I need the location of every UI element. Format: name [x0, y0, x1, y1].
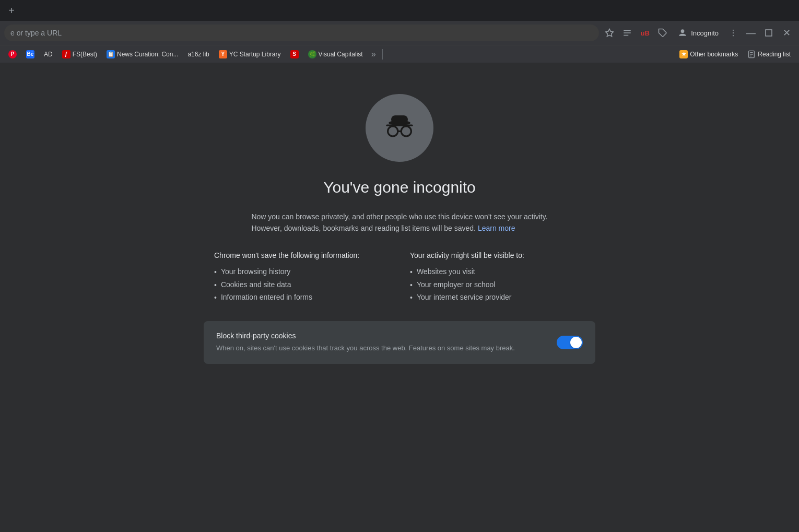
toggle-thumb: [570, 337, 582, 348]
bookmarks-overflow-button[interactable]: »: [368, 48, 379, 61]
bookmark-pinterest[interactable]: P: [4, 48, 21, 61]
reading-list-button[interactable]: Reading list: [743, 48, 795, 61]
bookmark-fs[interactable]: ƒ FS(Best): [58, 48, 101, 61]
other-bookmarks-label: Other bookmarks: [690, 51, 738, 58]
slide-icon: S: [290, 50, 299, 58]
news-icon: 📋: [107, 50, 115, 58]
incognito-circle: [366, 94, 433, 162]
list-item: Cookies and site data: [214, 279, 389, 292]
bookmark-news[interactable]: 📋 News Curation: Con...: [102, 48, 182, 61]
bookmark-a16z-label: a16z lib: [187, 51, 209, 58]
incognito-heading: You've gone incognito: [323, 179, 476, 196]
list-item: Information entered in forms: [214, 291, 389, 304]
list-item: Your browsing history: [214, 266, 389, 279]
svg-point-18: [401, 126, 411, 136]
still-visible-list: Websites you visit Your employer or scho…: [410, 266, 585, 304]
address-text: e or type a URL: [10, 29, 62, 37]
ublock-icon[interactable]: uB: [637, 25, 653, 41]
cookie-desc: When on, sites can't use cookies that tr…: [216, 343, 546, 353]
bookmark-ad-label: AD: [44, 51, 53, 58]
bookmark-news-label: News Curation: Con...: [117, 51, 178, 58]
still-visible-col: Your activity might still be visible to:…: [410, 251, 585, 304]
close-button[interactable]: ✕: [778, 25, 795, 41]
other-bookmarks-button[interactable]: ★ Other bookmarks: [675, 48, 742, 61]
chrome-wont-save-col: Chrome won't save the following informat…: [214, 251, 389, 304]
yc-icon: Y: [219, 50, 227, 58]
bookmark-vc[interactable]: 🌿 Visual Capitalist: [304, 48, 367, 61]
incognito-description: Now you can browse privately, and other …: [241, 211, 558, 234]
pinterest-icon: P: [8, 50, 17, 58]
behance-icon: Bē: [26, 50, 34, 58]
bookmark-ad[interactable]: AD: [40, 49, 57, 60]
main-content: You've gone incognito Now you can browse…: [0, 63, 799, 532]
list-item: Websites you visit: [410, 266, 585, 279]
vc-icon: 🌿: [308, 50, 316, 58]
bookmarks-separator: [382, 49, 383, 60]
bookmarks-bar: P Bē AD ƒ FS(Best) 📋 News Curation: Con.…: [0, 45, 799, 63]
bookmark-behance[interactable]: Bē: [22, 48, 39, 61]
bookmark-star-button[interactable]: [601, 25, 618, 41]
chrome-wont-save-list: Your browsing history Cookies and site d…: [214, 266, 389, 304]
bookmark-vc-label: Visual Capitalist: [319, 51, 363, 58]
svg-marker-0: [606, 29, 614, 37]
cookie-toggle[interactable]: [557, 336, 583, 349]
title-bar: +: [0, 0, 799, 21]
restore-button[interactable]: [760, 25, 777, 41]
svg-rect-15: [391, 115, 408, 124]
incognito-icon: [379, 107, 420, 149]
list-item: Your employer or school: [410, 279, 585, 292]
svg-point-5: [681, 29, 685, 33]
svg-point-17: [388, 126, 398, 136]
cookie-text: Block third-party cookies When on, sites…: [216, 332, 546, 353]
bookmark-a16z[interactable]: a16z lib: [183, 49, 213, 60]
svg-rect-9: [766, 30, 772, 36]
still-visible-title: Your activity might still be visible to:: [410, 251, 585, 259]
bookmark-slide[interactable]: S: [286, 48, 303, 61]
cookie-block: Block third-party cookies When on, sites…: [204, 321, 595, 364]
chrome-menu-button[interactable]: [725, 25, 742, 41]
svg-point-8: [733, 35, 734, 36]
svg-point-6: [733, 30, 734, 31]
other-bookmarks-icon: ★: [679, 50, 688, 58]
minimize-button[interactable]: —: [743, 25, 759, 41]
new-tab-button[interactable]: +: [4, 3, 19, 18]
svg-rect-16: [386, 125, 413, 126]
cookie-title: Block third-party cookies: [216, 332, 546, 340]
extensions-button[interactable]: [654, 25, 671, 41]
fs-icon: ƒ: [62, 50, 70, 58]
bookmark-yc-label: YC Startup Library: [229, 51, 281, 58]
address-bar[interactable]: e or type a URL: [4, 25, 599, 41]
chrome-wont-save-title: Chrome won't save the following informat…: [214, 251, 389, 259]
toggle-track: [557, 336, 583, 349]
profile-name: Incognito: [691, 29, 719, 37]
reading-list-nav-button[interactable]: [619, 25, 636, 41]
list-item: Your internet service provider: [410, 291, 585, 304]
bookmark-yc[interactable]: Y YC Startup Library: [215, 48, 285, 61]
reading-list-label: Reading list: [758, 51, 791, 58]
info-columns: Chrome won't save the following informat…: [204, 251, 595, 304]
profile-button[interactable]: Incognito: [672, 26, 724, 40]
svg-point-7: [733, 32, 734, 33]
reading-list-icon: [747, 50, 756, 58]
nav-bar: e or type a URL uB: [0, 21, 799, 45]
bookmark-fs-label: FS(Best): [73, 51, 97, 58]
learn-more-link[interactable]: Learn more: [478, 224, 515, 232]
nav-icons: uB Incognito —: [601, 25, 795, 41]
